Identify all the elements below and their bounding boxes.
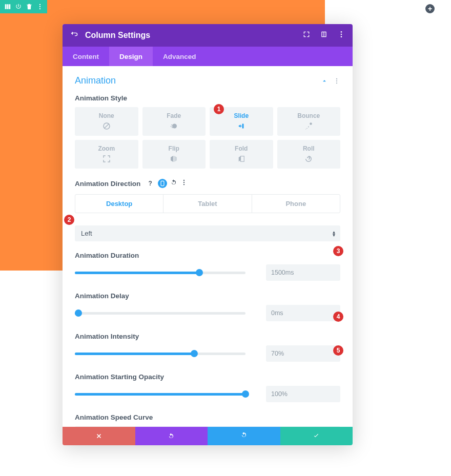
svg-point-14 <box>172 127 173 128</box>
style-fold[interactable]: Fold <box>210 140 273 169</box>
style-none[interactable]: None <box>75 107 138 136</box>
direction-select[interactable]: Left ▴▾ <box>75 225 340 241</box>
direction-value: Left <box>81 230 92 237</box>
help-icon[interactable]: ? <box>146 179 155 188</box>
svg-point-1 <box>39 6 40 7</box>
svg-point-12 <box>172 125 173 126</box>
reset-icon[interactable] <box>170 179 177 188</box>
columns-icon[interactable] <box>3 2 13 12</box>
svg-point-6 <box>336 78 337 79</box>
svg-point-2 <box>39 8 40 9</box>
undo-button[interactable] <box>135 427 208 445</box>
svg-point-7 <box>336 80 337 81</box>
modal-title: Column Settings <box>85 31 302 40</box>
section-header[interactable]: Animation <box>75 75 340 86</box>
svg-point-23 <box>183 182 184 183</box>
duration-label: Animation Duration <box>75 252 340 259</box>
svg-point-22 <box>183 180 184 181</box>
curve-label: Animation Speed Curve <box>75 413 340 421</box>
more-vertical-icon[interactable] <box>337 30 345 40</box>
opacity-slider[interactable] <box>75 393 245 396</box>
opacity-label: Animation Starting Opacity <box>75 373 340 381</box>
svg-point-19 <box>305 129 306 129</box>
style-zoom[interactable]: Zoom <box>75 140 138 169</box>
style-fade[interactable]: Fade <box>142 107 206 136</box>
svg-rect-15 <box>242 124 243 129</box>
animation-direction-label: Animation Direction <box>75 180 140 188</box>
svg-point-11 <box>172 124 177 129</box>
more-icon[interactable] <box>35 2 45 12</box>
intensity-slider[interactable] <box>75 353 245 355</box>
svg-point-8 <box>336 82 337 83</box>
modal-tabs: Content Design Advanced <box>63 47 353 66</box>
svg-point-5 <box>341 36 342 37</box>
device-tabs: Desktop Tablet Phone <box>75 194 340 213</box>
svg-point-13 <box>171 126 172 127</box>
modal-footer <box>63 427 353 445</box>
chevron-up-icon <box>321 77 328 85</box>
direction-row: Animation Direction ? <box>75 179 340 188</box>
intensity-value[interactable]: 70% <box>266 345 340 362</box>
callout-1: 1 <box>214 104 224 114</box>
settings-modal: Column Settings Content Design Advanced … <box>63 24 353 445</box>
device-toggle-icon[interactable] <box>158 179 167 188</box>
power-icon[interactable] <box>13 2 24 12</box>
animation-style-label: Animation Style <box>75 94 340 102</box>
duration-value[interactable]: 1500ms <box>266 264 340 281</box>
expand-icon[interactable] <box>302 30 311 40</box>
duration-slider[interactable] <box>75 272 245 274</box>
svg-point-3 <box>341 31 342 33</box>
device-phone[interactable]: Phone <box>252 195 340 213</box>
delay-slider[interactable] <box>75 312 245 315</box>
intensity-label: Animation Intensity <box>75 333 340 340</box>
device-tablet[interactable]: Tablet <box>163 195 252 213</box>
svg-rect-20 <box>240 156 244 162</box>
delay-label: Animation Delay <box>75 292 340 300</box>
select-arrows-icon: ▴▾ <box>333 231 335 237</box>
tab-content[interactable]: Content <box>63 47 109 66</box>
tab-design[interactable]: Design <box>109 47 153 66</box>
callout-5: 5 <box>333 345 343 356</box>
callout-4: 4 <box>333 312 343 322</box>
responsive-icon[interactable] <box>320 30 328 40</box>
svg-point-17 <box>308 127 309 128</box>
tab-advanced[interactable]: Advanced <box>153 47 207 66</box>
svg-point-24 <box>183 184 184 185</box>
back-icon[interactable] <box>70 30 78 40</box>
more-vertical-icon[interactable] <box>180 179 188 188</box>
svg-point-18 <box>307 128 308 129</box>
animation-style-grid: None Fade Slide Bounce Zoom Flip Fold Ro… <box>75 107 340 169</box>
callout-3: 3 <box>333 246 343 256</box>
delay-value[interactable]: 0ms <box>266 305 340 321</box>
svg-point-4 <box>341 34 342 35</box>
cancel-button[interactable] <box>63 427 135 445</box>
device-desktop[interactable]: Desktop <box>75 195 163 213</box>
svg-point-0 <box>39 4 40 5</box>
trash-icon[interactable] <box>24 2 34 12</box>
element-toolbar <box>0 0 47 13</box>
section-title: Animation <box>75 75 321 86</box>
redo-button[interactable] <box>208 427 280 445</box>
add-button[interactable]: + <box>425 4 435 13</box>
svg-rect-21 <box>161 181 164 185</box>
style-roll[interactable]: Roll <box>277 140 341 169</box>
style-bounce[interactable]: Bounce <box>277 107 341 136</box>
opacity-value[interactable]: 100% <box>266 386 340 402</box>
svg-line-10 <box>104 124 109 129</box>
more-vertical-icon[interactable] <box>333 77 340 85</box>
style-flip[interactable]: Flip <box>142 140 206 169</box>
modal-header: Column Settings <box>63 24 353 47</box>
save-button[interactable] <box>280 427 353 445</box>
svg-point-16 <box>310 122 313 125</box>
modal-body: Animation Animation Style None Fade Slid… <box>63 66 353 427</box>
callout-2: 2 <box>64 215 74 225</box>
